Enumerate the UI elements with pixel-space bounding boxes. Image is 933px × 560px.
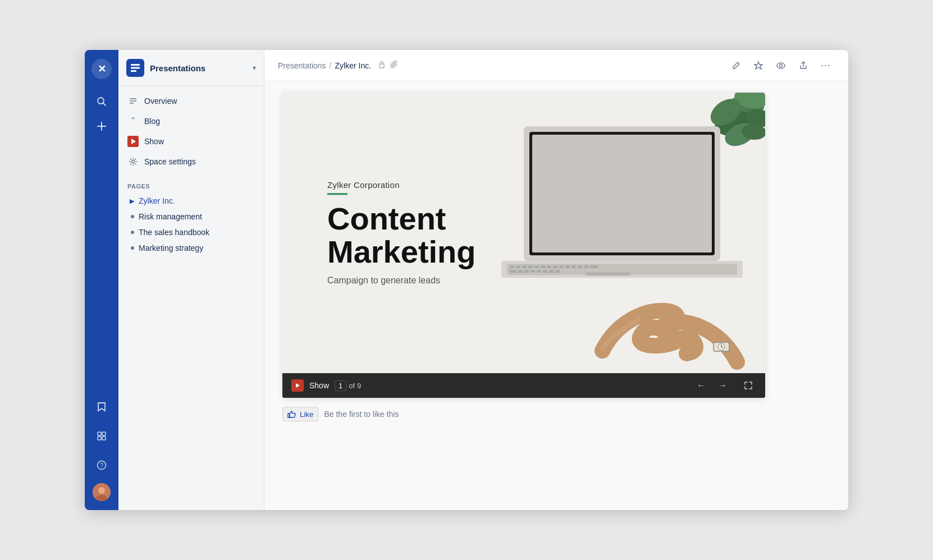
svg-marker-21 (131, 139, 136, 144)
breadcrumb-parent[interactable]: Presentations (278, 61, 326, 70)
svg-rect-59 (549, 270, 554, 273)
content-area: Zylker Corporation Content Marketing Cam… (264, 81, 848, 510)
page-bullet-icon (131, 215, 134, 218)
page-bullet-icon (131, 246, 134, 250)
slide-bottom-bar: Show 1 of 9 ← → (282, 373, 765, 398)
show-icon (127, 136, 139, 147)
sidebar-item-show[interactable]: Show (118, 131, 264, 152)
grid-icon[interactable] (90, 425, 113, 447)
page-title-zylker: Zylker Inc. (139, 196, 175, 205)
svg-rect-40 (516, 265, 520, 268)
next-slide-button[interactable]: → (715, 378, 730, 393)
svg-line-3 (103, 103, 106, 106)
edit-button[interactable] (727, 57, 745, 75)
sidebar-item-space-settings[interactable]: Space settings (118, 152, 264, 172)
page-title-sales: The sales handbook (139, 228, 209, 237)
svg-rect-54 (518, 270, 523, 273)
pages-heading: PAGES (127, 183, 255, 190)
page-title-risk: Risk management (139, 212, 202, 221)
svg-point-13 (98, 487, 105, 494)
top-actions: ··· (727, 57, 835, 75)
svg-rect-15 (131, 64, 140, 66)
svg-point-25 (777, 63, 785, 68)
app-logo[interactable]: ✕ (92, 59, 112, 79)
show-play-icon (291, 379, 304, 392)
fullscreen-button[interactable] (740, 378, 756, 393)
breadcrumb-icons (378, 61, 398, 70)
svg-marker-24 (754, 62, 762, 69)
svg-rect-55 (524, 270, 529, 273)
blog-icon: " (127, 116, 139, 127)
breadcrumb-current: Zylker Inc. (335, 61, 372, 70)
svg-rect-6 (98, 432, 101, 435)
svg-marker-66 (296, 383, 300, 388)
like-message: Be the first to like this (324, 410, 399, 419)
current-slide-number: 1 (335, 380, 346, 391)
show-label: Show (144, 137, 164, 146)
blog-label: Blog (144, 117, 160, 126)
breadcrumb-separator: / (330, 61, 332, 70)
slide-main-title: Content Marketing (327, 203, 476, 269)
sidebar-item-blog[interactable]: " Blog (118, 111, 264, 131)
watch-button[interactable] (772, 57, 790, 75)
bookmark-icon[interactable] (90, 396, 113, 418)
page-item-risk-management[interactable]: Risk management (127, 209, 255, 224)
presentation-slide: Zylker Corporation Content Marketing Cam… (282, 93, 765, 373)
lock-icon (378, 61, 386, 70)
like-button[interactable]: Like (282, 407, 318, 421)
svg-rect-17 (131, 70, 136, 72)
svg-point-22 (132, 160, 135, 163)
svg-point-26 (780, 64, 783, 67)
like-label: Like (300, 410, 313, 419)
slide-counter: 1 of 9 (335, 380, 361, 391)
page-title-marketing: Marketing strategy (139, 244, 203, 253)
svg-text:?: ? (100, 462, 103, 469)
space-icon (126, 59, 144, 77)
svg-rect-53 (510, 270, 516, 273)
user-avatar[interactable] (93, 483, 111, 501)
total-slides: 9 (357, 382, 361, 390)
share-button[interactable] (794, 57, 812, 75)
svg-rect-41 (522, 265, 527, 268)
slide-text-area: Zylker Corporation Content Marketing Cam… (327, 180, 476, 286)
hands-illustration (591, 250, 748, 373)
svg-rect-60 (555, 270, 560, 273)
slide-corp-name: Zylker Corporation (327, 180, 476, 190)
sidebar-item-overview[interactable]: Overview (118, 91, 264, 111)
svg-rect-39 (510, 265, 514, 268)
svg-rect-43 (534, 265, 539, 268)
page-item-marketing-strategy[interactable]: Marketing strategy (127, 240, 255, 256)
prev-slide-button[interactable]: ← (693, 378, 709, 393)
add-icon[interactable] (90, 115, 113, 137)
help-icon[interactable]: ? (90, 454, 113, 476)
svg-rect-16 (131, 67, 140, 69)
like-section: Like Be the first to like this (282, 407, 765, 421)
nav-bar: ✕ (85, 50, 118, 510)
sidebar: Presentations ▾ Overview " Blog (118, 50, 264, 510)
star-button[interactable] (749, 57, 767, 75)
show-button-label[interactable]: Show (309, 381, 329, 390)
pages-list: ▶ Zylker Inc. Risk management The sales … (127, 193, 255, 256)
svg-rect-48 (565, 265, 570, 268)
search-icon[interactable] (90, 90, 113, 113)
svg-text:✕: ✕ (98, 63, 106, 75)
slide-subtitle: Campaign to generate leads (327, 276, 476, 286)
slide-divider (327, 193, 347, 195)
page-bullet-icon (131, 231, 134, 234)
svg-rect-47 (559, 265, 564, 268)
svg-rect-9 (102, 437, 106, 440)
space-settings-label: Space settings (144, 157, 196, 166)
svg-rect-23 (379, 64, 384, 68)
sidebar-header: Presentations ▾ (118, 50, 264, 86)
svg-rect-50 (578, 265, 582, 268)
overview-label: Overview (144, 97, 177, 105)
svg-rect-7 (102, 432, 106, 435)
svg-rect-57 (537, 270, 541, 273)
chevron-down-icon[interactable]: ▾ (253, 64, 256, 72)
more-options-button[interactable]: ··· (817, 57, 835, 75)
page-item-zylker-inc[interactable]: ▶ Zylker Inc. (127, 193, 255, 209)
svg-rect-8 (98, 437, 101, 440)
page-item-sales-handbook[interactable]: The sales handbook (127, 224, 255, 240)
svg-rect-45 (547, 265, 551, 268)
pages-section: PAGES ▶ Zylker Inc. Risk management The … (118, 176, 264, 258)
